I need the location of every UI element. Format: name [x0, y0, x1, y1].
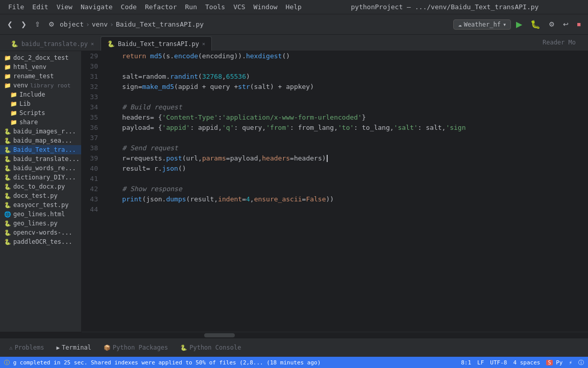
status-interpreter[interactable]: S Py	[546, 359, 562, 366]
sidebar-label-dictionary: dictionary_DIY...	[13, 174, 76, 181]
py-icon-docx-test: 🐍	[4, 193, 11, 199]
status-notifications[interactable]: ⓘ	[578, 359, 584, 366]
py-icon-paddleocr: 🐍	[4, 239, 11, 245]
status-bar: ⓘ g completed in 25 sec. Shared indexes …	[0, 357, 588, 368]
menu-file[interactable]: File	[4, 2, 28, 12]
stop-button[interactable]: ■	[574, 18, 584, 30]
menu-help[interactable]: Help	[282, 2, 306, 12]
menu-navigate[interactable]: Navigate	[77, 2, 117, 12]
breadcrumb-object[interactable]: object	[60, 20, 84, 28]
status-encoding[interactable]: UTF-8	[490, 359, 507, 366]
code-line-29[interactable]: return md5 (s. encode (encoding)). hexdi…	[106, 51, 582, 61]
breadcrumb-file[interactable]: Baidu_Text_transAPI.py	[116, 20, 204, 28]
tab-close-0[interactable]: ✕	[91, 41, 94, 47]
tab-baidu-translate[interactable]: 🐍 baidu_translate.py ✕	[4, 36, 101, 51]
bottom-panel: ⚠ Problems ▶ Terminal 📦 Python Packages …	[0, 338, 588, 357]
status-extra[interactable]: ⚡	[569, 359, 572, 366]
dropdown-arrow-icon: ▾	[503, 21, 506, 28]
code-line-39[interactable]: r = requests. post (url, params =payload…	[106, 153, 582, 164]
code-line-40[interactable]: result = r. json ()	[106, 164, 582, 174]
sidebar-item-baidu-text[interactable]: 🐍 Baidu_Text_tra...	[0, 145, 81, 154]
folder-icon: 📁	[4, 55, 11, 61]
forward-button[interactable]: ❯	[18, 18, 30, 30]
line-num-44: 44	[86, 204, 98, 215]
horizontal-scrollbar[interactable]	[82, 332, 588, 338]
code-line-41	[106, 174, 582, 184]
code-line-34[interactable]: # Build request	[106, 102, 582, 112]
sidebar-item-scripts[interactable]: 📁 Scripts	[0, 108, 81, 118]
status-indent[interactable]: 4 spaces	[513, 359, 540, 366]
sidebar-item-baidu-translate[interactable]: 🐍 baidu_translate...	[0, 154, 81, 164]
menu-run[interactable]: Run	[181, 2, 201, 12]
tab-python-console[interactable]: 🐍 Python Console	[175, 342, 246, 353]
debug-button[interactable]: 🐛	[527, 17, 544, 31]
run-button[interactable]: ▶	[513, 17, 525, 31]
code-line-31[interactable]: salt = random. randint ( 32768 , 65536 )	[106, 72, 582, 82]
menu-code[interactable]: Code	[117, 2, 141, 12]
up-button[interactable]: ⇧	[32, 18, 43, 30]
sidebar-item-opencv[interactable]: 🐍 opencv-words-...	[0, 228, 81, 237]
code-line-38[interactable]: # Send request	[106, 143, 582, 153]
py-icon-active: 🐍	[107, 40, 115, 48]
menu-edit[interactable]: Edit	[28, 2, 52, 12]
terminal-icon: ▶	[56, 344, 60, 351]
toolbar: ❮ ❯ ⇧ ⚙ object › venv › Baidu_Text_trans…	[0, 14, 588, 35]
menu-view[interactable]: View	[53, 2, 77, 12]
status-position[interactable]: 8:1	[461, 359, 471, 366]
tab-terminal[interactable]: ▶ Terminal	[51, 342, 96, 353]
status-message-text: g completed in 25 sec. Shared indexes we…	[13, 359, 321, 366]
sidebar-item-baidu-words[interactable]: 🐍 baidu_words_re...	[0, 164, 81, 173]
html-icon-geo: 🌐	[4, 211, 11, 218]
sidebar-item-easyocr[interactable]: 🐍 easyocr_test.py	[0, 200, 81, 210]
weather-dropdown[interactable]: ☁ Weather_hf ▾	[453, 19, 511, 30]
build-button[interactable]: ⚙	[546, 18, 558, 30]
sidebar-item-docx-test[interactable]: 🐍 docx_test.py	[0, 191, 81, 200]
sidebar-item-baidu-images[interactable]: 🐍 baidu_images_r...	[0, 127, 81, 136]
tab-label-1: Baidu_Text_transAPI.py	[118, 40, 199, 48]
tab-bar: 🐍 baidu_translate.py ✕ 🐍 Baidu_Text_tran…	[0, 35, 588, 51]
sidebar-item-doc2docx[interactable]: 📁 doc_2_docx_test	[0, 53, 81, 62]
sidebar-item-paddleocr[interactable]: 🐍 paddleOCR_tes...	[0, 237, 81, 246]
sidebar-item-dictionary[interactable]: 🐍 dictionary_DIY...	[0, 173, 81, 182]
sidebar-item-htmlvenv[interactable]: 📁 html_venv	[0, 62, 81, 72]
tab-close-1[interactable]: ✕	[202, 41, 205, 47]
sidebar-label-lib: Lib	[19, 100, 31, 107]
sidebar-item-doc-to-docx[interactable]: 🐍 doc_to_docx.py	[0, 182, 81, 191]
menu-refactor[interactable]: Refactor	[141, 2, 181, 12]
code-line-35[interactable]: headers = { 'Content-Type' : 'applicatio…	[106, 112, 582, 123]
line-num-34: 34	[86, 102, 98, 112]
sidebar-item-share[interactable]: 📁 share	[0, 118, 81, 127]
sidebar-item-venv[interactable]: 📁 venv library root	[0, 81, 81, 90]
menu-tools[interactable]: Tools	[201, 2, 229, 12]
code-editor[interactable]: return md5 (s. encode (encoding)). hexdi…	[102, 51, 582, 332]
vertical-scrollbar[interactable]	[582, 51, 588, 332]
menu-window[interactable]: Window	[250, 2, 282, 12]
back-button[interactable]: ❮	[4, 18, 16, 30]
tab-python-packages[interactable]: 📦 Python Packages	[99, 342, 173, 353]
code-line-36[interactable]: payload = { 'appid' : appid, 'q' : query…	[106, 123, 582, 133]
line-num-32: 32	[86, 82, 98, 92]
code-line-43[interactable]: print ( json. dumps (result, indent = 4 …	[106, 194, 582, 204]
sidebar-item-rename[interactable]: 📁 rename_test	[0, 72, 81, 81]
code-line-33	[106, 92, 582, 102]
tab-baidu-text-trans[interactable]: 🐍 Baidu_Text_transAPI.py ✕	[101, 36, 212, 51]
revert-button[interactable]: ↩	[560, 18, 572, 30]
py-icon-baidu-map: 🐍	[4, 137, 11, 144]
folder-icon: 📁	[4, 73, 11, 80]
status-line-ending[interactable]: LF	[477, 359, 484, 366]
line-num-38: 38	[86, 143, 98, 153]
code-line-32[interactable]: sign = make_md5 (appid + query + str (sa…	[106, 82, 582, 92]
breadcrumb-venv[interactable]: venv	[92, 20, 108, 28]
sidebar-item-lib[interactable]: 📁 Lib	[0, 99, 81, 108]
tab-problems[interactable]: ⚠ Problems	[4, 342, 49, 353]
sidebar-item-baidu-map[interactable]: 🐍 baidu_map_sea...	[0, 136, 81, 145]
sidebar-item-geo-html[interactable]: 🌐 geo_lines.html	[0, 210, 81, 219]
py-icon-easyocr: 🐍	[4, 202, 11, 209]
code-line-42[interactable]: # Show response	[106, 184, 582, 194]
settings-button[interactable]: ⚙	[45, 18, 58, 30]
sidebar-item-include[interactable]: 📁 Include	[0, 90, 81, 99]
folder-icon-share: 📁	[10, 119, 17, 126]
sidebar-label-paddleocr: paddleOCR_tes...	[13, 238, 72, 245]
menu-vcs[interactable]: VCS	[229, 2, 249, 12]
sidebar-item-geo-py[interactable]: 🐍 geo_lines.py	[0, 219, 81, 228]
